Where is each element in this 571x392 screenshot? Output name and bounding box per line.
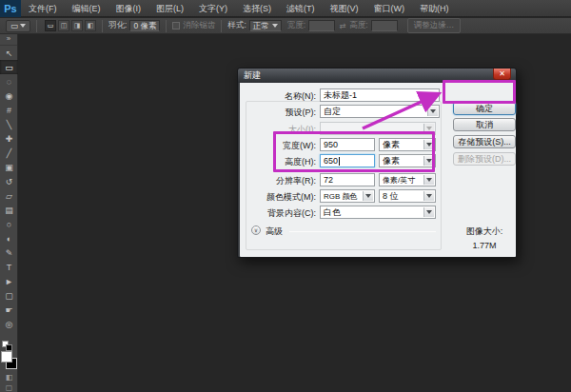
feather-input[interactable]: 0 像素 <box>129 20 160 31</box>
background-contents-value: 白色 <box>324 207 341 217</box>
ok-button[interactable]: 确定 <box>453 102 516 115</box>
menu-item-7[interactable]: 视图(V) <box>323 0 366 17</box>
marquee-tool-icon: ▭ <box>10 21 18 30</box>
collapse-panel-button[interactable]: » <box>0 34 17 46</box>
divider <box>289 231 436 232</box>
resolution-input[interactable]: 72 <box>320 173 375 186</box>
color-mode-label: 颜色模式(M): <box>242 191 316 204</box>
name-label: 名称(N): <box>242 90 316 103</box>
pen-tool[interactable]: ✎ <box>0 245 18 260</box>
menu-item-5[interactable]: 选择(S) <box>235 0 279 17</box>
menu-item-3[interactable]: 图层(L) <box>148 0 191 17</box>
chevron-down-icon <box>423 124 434 133</box>
dialog-title-bar[interactable]: 新建 <box>238 69 516 83</box>
divider <box>166 20 167 32</box>
background-contents-dropdown[interactable]: 白色 <box>320 206 436 219</box>
chevron-down-icon <box>423 207 434 217</box>
quick-selection-tool[interactable]: ◉ <box>0 88 18 103</box>
menu-item-6[interactable]: 滤镜(T) <box>279 0 323 17</box>
height-label: 高度(H): <box>242 156 316 168</box>
photoshop-window: Ps 文件(F)编辑(E)图像(I)图层(L)文字(Y)选择(S)滤镜(T)视图… <box>0 0 571 392</box>
zoom-tool-icon: ◎ <box>6 320 13 329</box>
zoom-tool[interactable]: ◎ <box>0 317 18 331</box>
style-label: 样式: <box>227 20 246 31</box>
save-preset-button[interactable]: 存储预设(S)... <box>453 135 516 148</box>
screen-mode-icon[interactable]: ▢ <box>0 383 18 392</box>
clone-stamp-tool[interactable]: ▣ <box>0 160 18 174</box>
rectangular-marquee-tool[interactable]: ▭ <box>0 60 18 74</box>
advanced-label: 高级 <box>266 225 283 238</box>
height-input[interactable] <box>371 20 398 31</box>
eraser-tool[interactable]: ▱ <box>0 188 18 203</box>
height-unit-value: 像素 <box>383 156 400 166</box>
color-mode-dropdown[interactable]: RGB 颜色 <box>320 189 375 203</box>
chevron-down-icon <box>427 107 438 116</box>
refine-edge-button[interactable]: 调整边缘… <box>407 18 462 33</box>
type-tool[interactable]: T <box>0 260 18 274</box>
blur-tool-icon: ○ <box>7 220 11 229</box>
menu-item-1[interactable]: 编辑(E) <box>65 0 108 17</box>
lasso-tool[interactable]: ◌ <box>0 74 18 88</box>
swap-dimensions-icon[interactable]: ⇄ <box>339 21 345 30</box>
path-selection-tool[interactable]: ► <box>0 274 18 288</box>
preset-value: 自定 <box>324 107 341 116</box>
preset-dropdown[interactable]: 自定 <box>320 105 440 118</box>
selection-mode-button-3[interactable]: ◧ <box>85 20 96 31</box>
cancel-button[interactable]: 取消 <box>453 118 516 131</box>
menu-item-4[interactable]: 文字(Y) <box>191 0 235 17</box>
selection-mode-button-1[interactable]: ◫ <box>58 20 69 31</box>
antialias-checkbox[interactable] <box>172 22 180 29</box>
menu-item-8[interactable]: 窗口(W) <box>366 0 413 17</box>
height-unit-dropdown[interactable]: 像素 <box>379 154 436 167</box>
hand-tool-icon: ☛ <box>5 305 12 315</box>
quick-mask-icon[interactable]: ◧ <box>0 373 18 382</box>
eyedropper-tool[interactable]: ╲ <box>0 117 18 131</box>
width-input[interactable]: 950 <box>320 138 375 151</box>
move-tool[interactable]: ↖ <box>0 46 18 60</box>
hand-tool[interactable]: ☛ <box>0 303 18 317</box>
gradient-tool[interactable]: ▤ <box>0 203 18 217</box>
path-selection-tool-icon: ► <box>5 277 13 286</box>
tool-preset-picker[interactable]: ▭ <box>6 20 30 32</box>
healing-brush-tool-icon: ✚ <box>6 134 13 144</box>
foreground-color-swatch[interactable] <box>1 351 12 363</box>
width-unit-dropdown[interactable]: 像素 <box>379 138 436 151</box>
dialog-title: 新建 <box>244 70 261 80</box>
resolution-label: 分辨率(R): <box>242 175 316 187</box>
default-colors-icon[interactable] <box>6 344 12 351</box>
height-label: 高度: <box>349 20 367 31</box>
bit-depth-dropdown[interactable]: 8 位 <box>379 189 436 203</box>
width-unit-value: 像素 <box>383 140 400 149</box>
healing-brush-tool[interactable]: ✚ <box>0 131 18 146</box>
width-label: 宽度(W): <box>242 140 316 152</box>
width-input[interactable] <box>308 20 335 31</box>
width-label: 宽度: <box>287 20 305 31</box>
color-mode-value: RGB 颜色 <box>324 192 358 201</box>
dodge-tool[interactable]: ◐ <box>0 231 18 245</box>
height-input[interactable]: 650 <box>320 154 375 167</box>
blur-tool[interactable]: ○ <box>0 217 18 231</box>
antialias-label: 消除锯齿 <box>183 20 215 31</box>
brush-tool[interactable]: ╱ <box>0 146 18 160</box>
advanced-expander-button[interactable]: ∨ <box>251 225 261 235</box>
resolution-unit-value: 像素/英寸 <box>383 176 415 185</box>
menu-item-0[interactable]: 文件(F) <box>21 0 65 17</box>
tools-panel: » ↖▭◌◉#╲✚╱▣↺▱▤○◐✎T►▢☛◎ ◧ ▢ <box>0 34 18 392</box>
selection-mode-button-2[interactable]: ◨ <box>71 20 83 31</box>
new-document-dialog: 新建 ✕ 名称(N): 未标题-1 预设(P): 自定 大小(I): 宽度(W)… <box>237 68 517 258</box>
tool-options-bar: ▭ ▭◫◨◧ 羽化: 0 像素 消除锯齿 样式: 正常 宽度: <box>0 18 571 34</box>
menu-item-2[interactable]: 图像(I) <box>108 0 149 17</box>
style-value: 正常 <box>253 21 269 31</box>
name-input[interactable]: 未标题-1 <box>320 88 440 102</box>
shape-tool[interactable]: ▢ <box>0 288 18 303</box>
resolution-unit-dropdown[interactable]: 像素/英寸 <box>379 173 436 186</box>
delete-preset-button: 删除预设(D)... <box>453 152 516 166</box>
crop-tool[interactable]: # <box>0 103 18 117</box>
selection-mode-buttons: ▭◫◨◧ <box>43 20 96 31</box>
selection-mode-button-0[interactable]: ▭ <box>45 20 56 31</box>
history-brush-tool[interactable]: ↺ <box>0 174 18 188</box>
style-dropdown[interactable]: 正常 <box>249 20 282 31</box>
close-button[interactable]: ✕ <box>493 69 511 80</box>
chevron-down-icon <box>363 191 373 201</box>
menu-item-9[interactable]: 帮助(H) <box>412 0 457 17</box>
